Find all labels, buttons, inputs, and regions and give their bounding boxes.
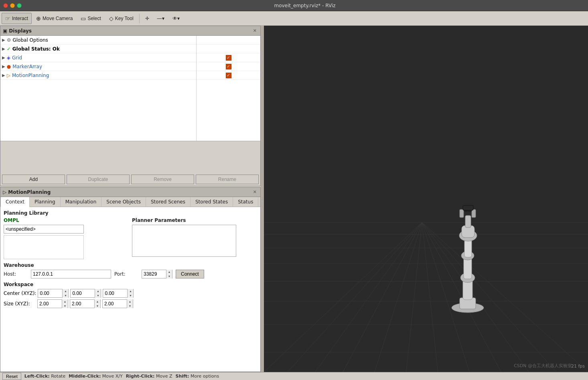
check-motionplanning[interactable]: ✓ — [197, 71, 260, 80]
host-input[interactable] — [31, 270, 111, 278]
check-markerarray[interactable]: ✓ — [197, 62, 260, 71]
displays-header: ▣ Displays ✕ — [0, 26, 260, 36]
svg-rect-30 — [465, 215, 471, 228]
display-item-grid[interactable]: ▶ ◈ Grid — [0, 53, 196, 62]
window-controls[interactable] — [3, 3, 22, 8]
fps-counter: 21 fps — [571, 364, 585, 369]
size-y-input[interactable] — [70, 300, 94, 308]
center-y-input[interactable] — [71, 289, 95, 297]
check-global-status — [197, 45, 260, 53]
center-x-arrows: ▲ ▼ — [62, 289, 68, 298]
planner-dropdown[interactable]: <unspecified> — [4, 225, 84, 234]
crosshair-button[interactable]: ✛ — [142, 13, 153, 24]
tab-planning-label: Planning — [34, 199, 55, 205]
key-icon: ◇ — [109, 15, 114, 22]
motion-planning-header: ▷ MotionPlanning ✕ — [0, 187, 260, 197]
grid-icon: ◈ — [7, 55, 10, 61]
displays-buttons: Add Duplicate Remove Rename — [0, 173, 260, 186]
center-z-down[interactable]: ▼ — [128, 293, 133, 298]
duplicate-button[interactable]: Duplicate — [67, 175, 130, 184]
rename-button[interactable]: Rename — [196, 175, 259, 184]
tab-scene-objects[interactable]: Scene Objects — [101, 197, 146, 207]
display-item-markerarray[interactable]: ▶ ● MarkerArray — [0, 62, 196, 71]
remove-button[interactable]: Remove — [131, 175, 194, 184]
motion-planning-icon: ▷ — [3, 189, 6, 195]
center-x-down[interactable]: ▼ — [63, 293, 68, 298]
motionplanning-checkbox[interactable]: ✓ — [226, 73, 231, 78]
check-grid[interactable]: ✓ — [197, 53, 260, 62]
size-y-spinner: ▲ ▼ — [70, 299, 101, 308]
status-bar: Reset Left-Click: Rotate Middle-Click: M… — [0, 372, 588, 380]
select-button[interactable]: ▭ Select — [77, 13, 104, 24]
tab-stored-states[interactable]: Stored States — [191, 197, 233, 207]
size-x-spinner: ▲ ▼ — [37, 299, 68, 308]
port-input[interactable] — [142, 270, 166, 278]
status-middle-click: Middle-Click: Move X/Y — [69, 374, 123, 379]
center-y-up[interactable]: ▲ — [95, 289, 101, 293]
interact-button[interactable]: ☞ Interact — [2, 13, 32, 24]
size-x-down[interactable]: ▼ — [62, 304, 68, 308]
left-click-bold: Left-Click: — [24, 374, 50, 379]
grid-label: Grid — [12, 55, 22, 61]
tab-planning[interactable]: Planning — [30, 197, 61, 207]
markerarray-checkbox[interactable]: ✓ — [226, 64, 231, 69]
port-spinner: ▲ ▼ — [142, 270, 172, 278]
maximize-button[interactable] — [17, 3, 22, 8]
arrow-global-status: ▶ — [2, 47, 5, 51]
arrow-grid: ▶ — [2, 55, 5, 60]
tab-manipulation[interactable]: Manipulation — [61, 197, 102, 207]
display-item-motionplanning[interactable]: ▶ ▷ MotionPlanning — [0, 71, 196, 80]
size-y-down[interactable]: ▼ — [95, 304, 100, 308]
reset-button[interactable]: Reset — [2, 373, 21, 380]
size-z-down[interactable]: ▼ — [127, 304, 133, 308]
size-x-input[interactable] — [38, 300, 62, 308]
center-x-input[interactable] — [38, 289, 62, 297]
port-down-arrow[interactable]: ▼ — [166, 274, 172, 278]
tab-stored-scenes[interactable]: Stored Scenes — [146, 197, 191, 207]
displays-close-button[interactable]: ✕ — [252, 28, 258, 34]
port-up-arrow[interactable]: ▲ — [166, 270, 172, 274]
center-z-input[interactable] — [103, 289, 127, 297]
grid-checkbox[interactable]: ✓ — [226, 55, 231, 61]
minus-button[interactable]: —▾ — [154, 13, 168, 24]
3d-viewport[interactable]: 21 fps CSDN @合工大机器人实验室 — [264, 26, 588, 372]
minus-icon: —▾ — [157, 16, 164, 21]
planner-dropdown-container: <unspecified> — [4, 225, 84, 234]
center-z-up[interactable]: ▲ — [128, 289, 133, 293]
motion-planning-close-button[interactable]: ✕ — [252, 189, 258, 195]
warehouse-row: Host: Port: ▲ ▼ Connect — [4, 270, 257, 278]
planner-list-area — [4, 235, 84, 259]
move-camera-button[interactable]: ⊕ Move Camera — [32, 13, 76, 24]
tab-context[interactable]: Context — [0, 197, 30, 207]
size-z-input[interactable] — [103, 300, 127, 308]
tab-status[interactable]: Status — [233, 197, 258, 207]
interact-icon: ☞ — [5, 15, 10, 22]
center-y-down[interactable]: ▼ — [95, 293, 101, 298]
size-y-up[interactable]: ▲ — [95, 299, 100, 304]
display-item-global-status[interactable]: ▶ ✓ Global Status: Ok — [0, 45, 196, 53]
status-right-click: Right-Click: Move Z — [126, 374, 172, 379]
ompl-label: OMPL — [4, 217, 129, 223]
fps-label: fps — [578, 364, 585, 369]
check-global-options — [197, 36, 260, 45]
displays-panel-icon: ▣ — [3, 28, 7, 34]
minimize-button[interactable] — [10, 3, 15, 8]
key-tool-button[interactable]: ◇ Key Tool — [105, 13, 137, 24]
center-row: Center (XYZ): ▲ ▼ ▲ ▼ — [4, 289, 257, 298]
size-x-up[interactable]: ▲ — [62, 299, 68, 304]
display-item-global-options[interactable]: ▶ ⚙ Global Options — [0, 36, 196, 45]
tab-scene-objects-label: Scene Objects — [106, 199, 141, 205]
panel-resize-handle[interactable]: ⋮ — [261, 26, 264, 372]
close-button[interactable] — [3, 3, 8, 8]
tab-status-label: Status — [238, 199, 253, 205]
planning-columns: OMPL <unspecified> Planner Parameters — [4, 217, 257, 259]
size-z-up[interactable]: ▲ — [127, 299, 133, 304]
connect-button[interactable]: Connect — [176, 270, 204, 278]
displays-panel: ▣ Displays ✕ ▶ ⚙ Global Options ▶ — [0, 26, 261, 186]
left-panel: ▣ Displays ✕ ▶ ⚙ Global Options ▶ — [0, 26, 261, 372]
add-button[interactable]: Add — [2, 175, 65, 184]
3d-grid — [264, 26, 588, 372]
eye-button[interactable]: 👁▾ — [169, 13, 183, 24]
center-x-up[interactable]: ▲ — [63, 289, 68, 293]
left-click-text: Rotate — [51, 374, 65, 379]
